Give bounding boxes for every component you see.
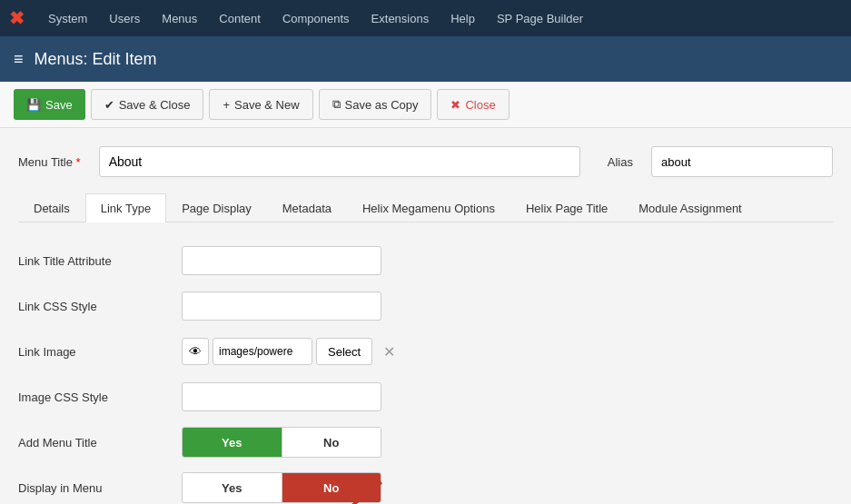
tabs-bar: Details Link Type Page Display Metadata … [18,193,833,222]
sub-header: ≡ Menus: Edit Item [0,36,851,82]
nav-item-users[interactable]: Users [98,0,151,36]
menu-title-input[interactable] [99,146,580,177]
display-in-menu-no-button[interactable]: No [282,473,381,502]
image-css-style-row: Image CSS Style [18,381,833,412]
link-css-style-input[interactable] [182,292,381,321]
joomla-logo: ✖ [9,7,25,29]
nav-item-help[interactable]: Help [440,0,486,36]
nav-item-content[interactable]: Content [208,0,272,36]
link-image-row: Link Image 👁 Select ✕ [18,336,833,367]
save-button[interactable]: 💾 Save [14,89,85,120]
link-image-select-button[interactable]: Select [316,338,372,365]
nav-item-sp-page-builder[interactable]: SP Page Builder [486,0,594,36]
save-close-button[interactable]: ✔ Save & Close [91,89,204,120]
tab-helix-megamenu[interactable]: Helix Megamenu Options [347,193,510,222]
alias-label: Alias [608,155,633,169]
save-copy-button[interactable]: ⧉ Save as Copy [319,89,432,120]
save-icon: 💾 [26,98,41,112]
nav-item-menus[interactable]: Menus [151,0,208,36]
copy-icon: ⧉ [332,97,341,112]
nav-item-extensions[interactable]: Extensions [361,0,440,36]
image-css-style-label: Image CSS Style [18,390,182,404]
link-title-attribute-label: Link Title Attribute [18,254,182,268]
close-x-icon: ✖ [450,98,460,112]
add-menu-title-yes-button[interactable]: Yes [183,428,282,457]
top-navigation: ✖ System Users Menus Content Components … [0,0,851,36]
form-title-row: Menu Title * Alias [18,146,833,177]
tab-page-display[interactable]: Page Display [166,193,267,222]
save-new-button[interactable]: + Save & New [209,89,312,120]
tab-metadata[interactable]: Metadata [267,193,347,222]
link-image-label: Link Image [18,345,182,359]
link-image-path-input[interactable] [213,338,312,365]
display-in-menu-toggle: Yes No [182,472,381,503]
required-marker: * [76,155,81,169]
x-clear-icon: ✕ [383,343,395,361]
hamburger-icon[interactable]: ≡ [14,50,24,69]
link-title-attribute-input[interactable] [182,246,381,275]
link-image-group: 👁 Select ✕ [182,338,401,365]
display-in-menu-row: Display in Menu Yes No [18,472,833,503]
eye-icon: 👁 [189,344,202,359]
link-title-attribute-row: Link Title Attribute [18,245,833,276]
add-menu-title-label: Add Menu Title [18,436,182,450]
tab-details[interactable]: Details [18,193,85,222]
add-menu-title-toggle: Yes No [182,427,381,458]
display-in-menu-label: Display in Menu [18,481,182,495]
check-icon: ✔ [104,98,114,112]
tab-link-type[interactable]: Link Type [85,193,166,222]
close-button[interactable]: ✖ Close [437,89,509,120]
tab-helix-page-title[interactable]: Helix Page Title [510,193,623,222]
add-menu-title-no-button[interactable]: No [282,428,381,457]
add-menu-title-row: Add Menu Title Yes No [18,427,833,458]
link-css-style-label: Link CSS Style [18,300,182,313]
display-in-menu-yes-button[interactable]: Yes [183,473,282,502]
eye-button[interactable]: 👁 [182,338,209,365]
link-image-clear-button[interactable]: ✕ [376,339,401,364]
link-type-fields: Link Title Attribute Link CSS Style Link… [18,241,833,504]
plus-icon: + [223,98,230,112]
nav-item-components[interactable]: Components [272,0,361,36]
image-css-style-input[interactable] [182,382,381,411]
alias-input[interactable] [651,146,833,177]
menu-title-label: Menu Title * [18,155,81,169]
nav-item-system[interactable]: System [37,0,98,36]
toolbar: 💾 Save ✔ Save & Close + Save & New ⧉ Sav… [0,82,851,128]
tab-module-assignment[interactable]: Module Assignment [623,193,757,222]
page-title: Menus: Edit Item [35,50,157,69]
content-area: Menu Title * Alias Details Link Type Pag… [0,128,851,504]
link-css-style-row: Link CSS Style [18,291,833,321]
